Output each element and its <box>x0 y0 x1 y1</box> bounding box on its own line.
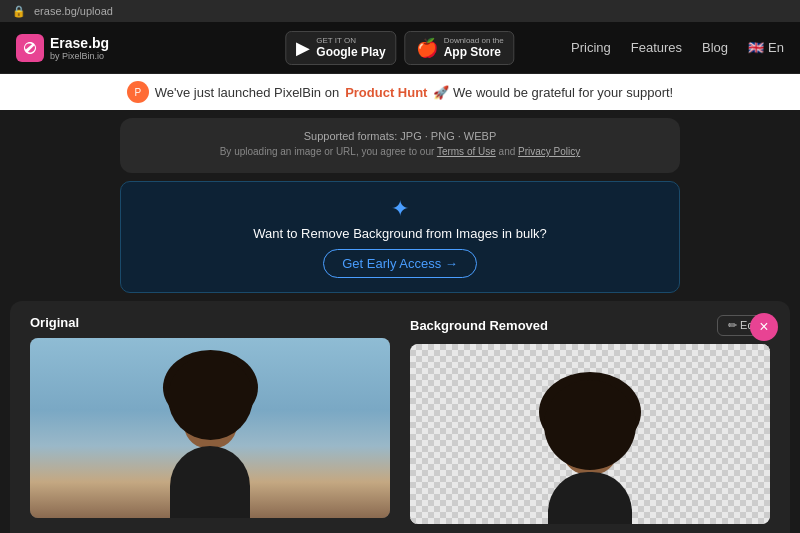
removed-label-row: Background Removed ✏ Edit <box>410 315 770 336</box>
result-section: × Original <box>10 301 790 533</box>
logo-area[interactable]: Erase.bg by PixelBin.io <box>16 34 109 62</box>
terms-text: By uploading an image or URL, you agree … <box>220 146 581 157</box>
logo-text: Erase.bg by PixelBin.io <box>50 35 109 61</box>
apple-icon: 🍎 <box>416 37 438 59</box>
app-store-label-small: Download on the <box>444 36 504 45</box>
url-text: erase.bg/upload <box>34 5 113 17</box>
removed-body <box>548 472 632 524</box>
announcement-avatar: P <box>127 81 149 103</box>
pricing-link[interactable]: Pricing <box>571 40 611 55</box>
original-image <box>30 338 390 518</box>
bulk-title: Want to Remove Background from Images in… <box>253 226 547 241</box>
terms-of-use-link[interactable]: Terms of Use <box>437 146 496 157</box>
announcement-bar: P We've just launched PixelBin on Produc… <box>0 74 800 110</box>
app-store-button[interactable]: 🍎 Download on the App Store <box>405 31 515 65</box>
product-hunt-link[interactable]: Product Hunt <box>345 85 427 100</box>
app-store-text: Download on the App Store <box>444 36 504 59</box>
removed-hair <box>539 372 641 452</box>
nav-right: Pricing Features Blog 🇬🇧 En <box>571 40 784 55</box>
main-content: Supported formats: JPG · PNG · WEBP By u… <box>0 110 800 533</box>
result-columns: Original Background Removed <box>30 315 770 524</box>
nav-center: ▶ GET IT ON Google Play 🍎 Download on th… <box>285 31 514 65</box>
removed-column: Background Removed ✏ Edit <box>410 315 770 524</box>
blog-link[interactable]: Blog <box>702 40 728 55</box>
top-nav: Erase.bg by PixelBin.io ▶ GET IT ON Goog… <box>0 22 800 74</box>
app-store-label-big: App Store <box>444 45 504 59</box>
lock-icon: 🔒 <box>12 5 26 18</box>
removed-image-container <box>410 344 770 524</box>
original-column: Original <box>30 315 390 524</box>
logo-title: Erase.bg <box>50 35 109 51</box>
privacy-policy-link[interactable]: Privacy Policy <box>518 146 580 157</box>
bulk-banner: ✦ Want to Remove Background from Images … <box>120 181 680 293</box>
flag-icon: 🇬🇧 <box>748 40 764 55</box>
original-label: Original <box>30 315 390 330</box>
logo-sub: by PixelBin.io <box>50 51 109 61</box>
upload-section: Supported formats: JPG · PNG · WEBP By u… <box>120 118 680 173</box>
google-play-label-small: GET IT ON <box>316 36 385 45</box>
removed-figure <box>548 392 632 524</box>
logo-icon <box>16 34 44 62</box>
features-link[interactable]: Features <box>631 40 682 55</box>
google-play-label-big: Google Play <box>316 45 385 59</box>
google-play-button[interactable]: ▶ GET IT ON Google Play <box>285 31 396 65</box>
lang-label: En <box>768 40 784 55</box>
portrait-hair <box>163 350 258 425</box>
removed-head <box>561 402 619 474</box>
original-figure <box>170 368 250 518</box>
google-play-text: GET IT ON Google Play <box>316 36 385 59</box>
announcement-text-after: 🚀 We would be grateful for your support! <box>433 85 673 100</box>
original-image-container <box>30 338 390 518</box>
removed-image <box>410 344 770 524</box>
get-early-access-button[interactable]: Get Early Access → <box>323 249 477 278</box>
bulk-icon: ✦ <box>391 196 409 222</box>
portrait-body <box>170 446 250 518</box>
address-bar: 🔒 erase.bg/upload <box>0 0 800 22</box>
google-play-icon: ▶ <box>296 37 310 59</box>
announcement-text-before: We've just launched PixelBin on <box>155 85 339 100</box>
language-selector[interactable]: 🇬🇧 En <box>748 40 784 55</box>
portrait-head <box>183 378 238 448</box>
close-button[interactable]: × <box>750 313 778 341</box>
supported-formats-text: Supported formats: JPG · PNG · WEBP <box>304 130 497 142</box>
removed-label-text: Background Removed <box>410 318 548 333</box>
